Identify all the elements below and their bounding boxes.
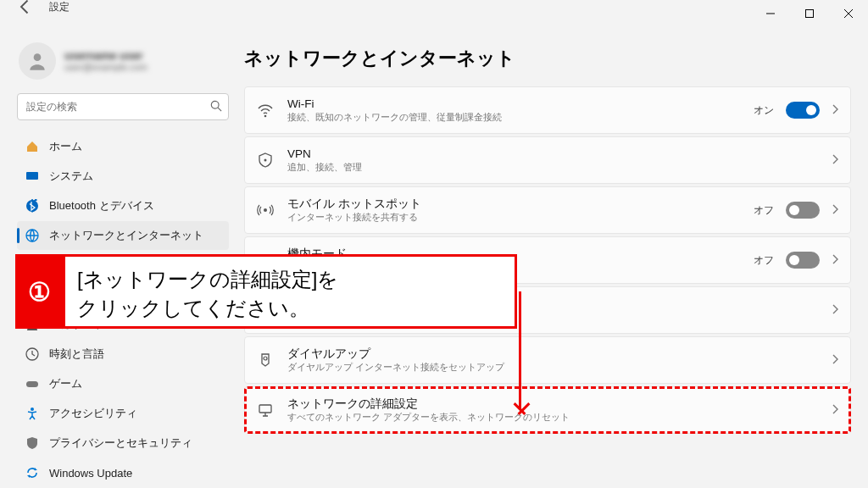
system-icon [25, 169, 39, 183]
setting-card-5[interactable]: ダイヤルアップダイヤルアップ インターネット接続をセットアップ [244, 336, 851, 384]
card-subtitle: 追加、接続、管理 [287, 161, 818, 174]
nav-item-1[interactable]: システム [17, 162, 229, 191]
card-body: ダイヤルアップダイヤルアップ インターネット接続をセットアップ [287, 347, 818, 374]
search-wrap [17, 93, 229, 120]
card-status: オフ [754, 253, 774, 268]
svg-point-18 [264, 357, 267, 360]
card-right [832, 352, 838, 368]
svg-point-14 [264, 115, 267, 118]
profile-text: username user user@example.com [64, 49, 147, 74]
card-subtitle: インターネット接続を共有する [287, 211, 740, 224]
svg-rect-0 [806, 10, 814, 18]
card-subtitle: ダイヤルアップ インターネット接続をセットアップ [287, 361, 818, 374]
card-icon [257, 352, 274, 369]
card-title: Wi-Fi [287, 97, 740, 112]
nav-label: ホーム [49, 139, 82, 154]
card-icon [257, 152, 274, 169]
nav-label: Windows Update [49, 467, 132, 480]
nav-item-3[interactable]: ネットワークとインターネット [17, 221, 229, 250]
accessibility-icon [25, 407, 39, 420]
nav-item-8[interactable]: ゲーム [17, 369, 229, 398]
card-body: VPN追加、接続、管理 [287, 147, 818, 175]
card-right [832, 402, 838, 418]
close-button[interactable] [829, 0, 868, 27]
card-right: オフ [754, 252, 838, 269]
card-icon [257, 202, 274, 219]
app-title: 設定 [49, 0, 70, 14]
svg-rect-19 [259, 405, 271, 413]
card-title: モバイル ホットスポット [287, 197, 740, 212]
nav-label: Bluetooth とデバイス [49, 198, 154, 214]
back-arrow-icon [17, 0, 34, 15]
maximize-button[interactable] [790, 0, 829, 27]
nav-label: ゲーム [49, 376, 82, 391]
card-status: オン [754, 103, 774, 118]
nav-item-7[interactable]: 時刻と言語 [17, 340, 229, 369]
card-icon [257, 402, 274, 419]
card-title: ダイヤルアップ [287, 347, 818, 362]
card-title: ネットワークの詳細設定 [287, 396, 818, 412]
privacy-icon [25, 436, 39, 450]
nav-item-9[interactable]: アクセシビリティ [17, 399, 229, 428]
svg-rect-3 [26, 172, 38, 180]
chevron-right-icon [832, 302, 838, 318]
profile-name: username user [64, 49, 147, 63]
annotation-text: [ネットワークの詳細設定]を クリックしてください。 [63, 254, 517, 329]
chevron-right-icon [832, 202, 838, 218]
page-title: ネットワークとインターネット [244, 46, 851, 71]
svg-point-2 [211, 101, 219, 108]
gaming-icon [25, 377, 39, 391]
nav-label: システム [49, 169, 93, 184]
nav-item-2[interactable]: Bluetooth とデバイス [17, 191, 229, 220]
card-icon [257, 102, 274, 119]
card-status: オフ [754, 203, 774, 218]
titlebar: 設定 [0, 0, 868, 27]
annotation-line-1: [ネットワークの詳細設定]を [77, 265, 491, 294]
nav-label: 時刻と言語 [49, 347, 104, 362]
setting-card-2[interactable]: モバイル ホットスポットインターネット接続を共有するオフ [244, 186, 851, 234]
nav-item-10[interactable]: プライバシーとセキュリティ [17, 429, 229, 458]
nav-label: ネットワークとインターネット [49, 228, 203, 243]
card-subtitle: 接続、既知のネットワークの管理、従量制課金接続 [287, 111, 740, 124]
back-button[interactable] [17, 0, 34, 15]
svg-point-16 [264, 208, 267, 212]
toggle-switch[interactable] [786, 252, 820, 269]
home-icon [25, 140, 39, 153]
card-body: Wi-Fi接続、既知のネットワークの管理、従量制課金接続 [287, 97, 740, 125]
annotation-number: ① [15, 254, 63, 329]
annotation-arrow-vertical [519, 291, 521, 410]
toggle-switch[interactable] [786, 202, 820, 219]
card-right [832, 152, 838, 168]
update-icon [25, 466, 39, 480]
annotation-line-2: クリックしてください。 [77, 294, 491, 323]
nav-label: プライバシーとセキュリティ [49, 435, 192, 451]
profile-email: user@example.com [64, 62, 147, 73]
setting-card-6[interactable]: ネットワークの詳細設定すべてのネットワーク アダプターを表示、ネットワークのリセ… [244, 386, 851, 434]
svg-rect-12 [26, 381, 38, 387]
card-body: モバイル ホットスポットインターネット接続を共有する [287, 197, 740, 225]
nav-item-0[interactable]: ホーム [17, 132, 229, 161]
time-icon [25, 347, 39, 361]
person-icon [26, 50, 48, 72]
bluetooth-icon [25, 199, 39, 213]
card-subtitle: すべてのネットワーク アダプターを表示、ネットワークのリセット [287, 411, 818, 424]
network-icon [25, 229, 39, 242]
chevron-right-icon [832, 352, 838, 368]
search-input[interactable] [17, 93, 229, 120]
chevron-right-icon [832, 152, 838, 168]
card-title: VPN [287, 147, 818, 162]
minimize-button[interactable] [751, 0, 790, 27]
setting-card-0[interactable]: Wi-Fi接続、既知のネットワークの管理、従量制課金接続オン [244, 86, 851, 134]
avatar [19, 42, 56, 80]
search-icon [210, 100, 222, 112]
chevron-right-icon [832, 252, 838, 268]
card-right: オフ [754, 202, 838, 219]
card-right: オン [754, 102, 838, 119]
annotation-callout: ① [ネットワークの詳細設定]を クリックしてください。 [15, 254, 517, 329]
svg-point-15 [264, 159, 267, 162]
setting-card-1[interactable]: VPN追加、接続、管理 [244, 136, 851, 184]
profile-block[interactable]: username user user@example.com [17, 42, 229, 80]
nav-label: アクセシビリティ [49, 406, 137, 421]
toggle-switch[interactable] [786, 102, 820, 119]
nav-item-11[interactable]: Windows Update [17, 458, 229, 487]
